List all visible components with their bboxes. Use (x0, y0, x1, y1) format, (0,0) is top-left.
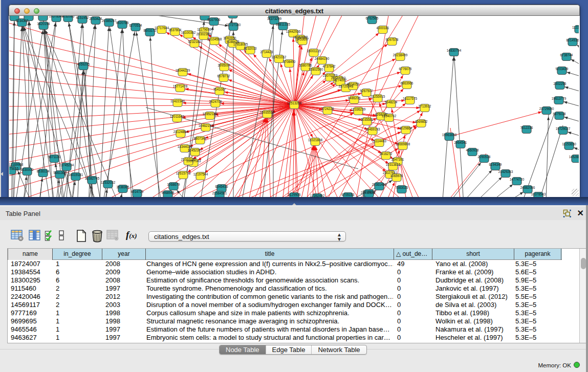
svg-text:24484190: 24484190 (315, 57, 330, 60)
svg-text:11228106: 11228106 (572, 26, 579, 29)
svg-text:14830794: 14830794 (447, 49, 462, 52)
svg-text:5035581: 5035581 (361, 118, 374, 121)
svg-text:16382745: 16382745 (85, 177, 100, 180)
svg-text:6762565: 6762565 (366, 16, 379, 20)
svg-text:6875018: 6875018 (553, 112, 566, 116)
svg-text:7641067: 7641067 (213, 87, 226, 91)
svg-text:6776075: 6776075 (399, 67, 412, 71)
svg-text:11179699: 11179699 (197, 28, 211, 31)
svg-text:7718312: 7718312 (363, 190, 376, 193)
svg-text:4151952: 4151952 (76, 16, 89, 19)
svg-text:23124864: 23124864 (173, 130, 188, 134)
svg-text:9920785: 9920785 (116, 21, 129, 25)
svg-text:23729690: 23729690 (539, 107, 554, 111)
svg-text:15469193: 15469193 (365, 127, 380, 131)
svg-text:20302368: 20302368 (197, 32, 211, 36)
svg-text:4300181: 4300181 (377, 26, 389, 30)
svg-text:12452397: 12452397 (188, 148, 203, 152)
svg-text:6232013: 6232013 (244, 47, 257, 50)
svg-text:12011649: 12011649 (170, 115, 184, 118)
svg-text:9203439: 9203439 (556, 67, 569, 71)
svg-text:2714423: 2714423 (260, 50, 273, 54)
svg-text:21727180: 21727180 (226, 23, 241, 27)
svg-text:3420198: 3420198 (37, 22, 50, 26)
svg-text:19729027: 19729027 (556, 127, 571, 130)
svg-text:6194349: 6194349 (489, 163, 502, 166)
svg-text:2129905: 2129905 (288, 193, 301, 196)
svg-text:9416272: 9416272 (380, 152, 393, 156)
svg-text:6863966: 6863966 (401, 81, 413, 85)
svg-text:2724228: 2724228 (321, 107, 334, 111)
svg-text:21584561: 21584561 (212, 191, 227, 195)
svg-text:11422346: 11422346 (170, 99, 185, 103)
svg-text:13344024: 13344024 (178, 145, 192, 148)
svg-text:12802500: 12802500 (309, 68, 323, 71)
svg-text:5661367: 5661367 (54, 171, 67, 174)
svg-text:8029864: 8029864 (400, 126, 412, 130)
svg-text:6705153: 6705153 (342, 193, 355, 196)
svg-text:4569852: 4569852 (415, 120, 428, 123)
svg-text:3537804: 3537804 (169, 28, 182, 32)
svg-text:19613779: 19613779 (552, 97, 567, 100)
svg-text:11021808: 11021808 (308, 138, 322, 142)
svg-text:12852188: 12852188 (203, 112, 217, 116)
svg-text:8807342: 8807342 (194, 137, 207, 140)
svg-text:20238499: 20238499 (393, 53, 408, 57)
svg-text:18669808: 18669808 (396, 142, 410, 146)
svg-text:13540702: 13540702 (382, 114, 397, 118)
svg-text:2713912: 2713912 (419, 104, 431, 108)
svg-text:9097578: 9097578 (386, 38, 399, 41)
svg-text:3538365: 3538365 (117, 185, 129, 189)
svg-text:16100362: 16100362 (181, 31, 196, 34)
svg-text:9968948: 9968948 (162, 191, 175, 194)
svg-text:4737842: 4737842 (323, 64, 336, 68)
svg-text:12513268: 12513268 (287, 101, 302, 105)
svg-text:5232182: 5232182 (188, 40, 201, 43)
svg-text:12615776: 12615776 (176, 171, 191, 175)
svg-text:4032085: 4032085 (62, 16, 75, 18)
svg-text:3060950: 3060950 (224, 36, 236, 40)
svg-text:6270514: 6270514 (129, 24, 142, 27)
svg-text:8014936: 8014936 (567, 38, 579, 42)
svg-text:10378543: 10378543 (531, 192, 546, 196)
svg-text:12197544: 12197544 (193, 172, 208, 176)
svg-text:23255915: 23255915 (371, 95, 385, 98)
svg-text:23745234: 23745234 (59, 163, 74, 167)
svg-text:6738744: 6738744 (560, 53, 573, 57)
svg-text:5348224: 5348224 (385, 100, 398, 104)
svg-text:1453697: 1453697 (296, 37, 309, 41)
svg-text:2964541: 2964541 (454, 141, 467, 144)
svg-text:10462193: 10462193 (199, 124, 213, 127)
svg-text:9330000: 9330000 (21, 168, 34, 171)
svg-text:5167906: 5167906 (208, 18, 221, 21)
svg-text:6578712: 6578712 (217, 74, 230, 78)
svg-text:2424708: 2424708 (209, 100, 222, 103)
svg-text:20361486: 20361486 (372, 183, 387, 186)
svg-text:17818005: 17818005 (233, 42, 248, 46)
svg-text:4660918: 4660918 (466, 148, 479, 152)
svg-text:4059205: 4059205 (77, 62, 90, 66)
svg-text:11717644: 11717644 (155, 26, 169, 30)
svg-text:2053424: 2053424 (90, 17, 102, 20)
svg-text:16675615: 16675615 (9, 167, 19, 170)
svg-text:2302255: 2302255 (554, 82, 567, 85)
svg-text:3995097: 3995097 (218, 63, 231, 67)
svg-text:18044229: 18044229 (176, 69, 190, 72)
svg-text:20104568: 20104568 (207, 37, 222, 41)
svg-text:14528829: 14528829 (569, 155, 579, 159)
svg-text:18811335: 18811335 (276, 23, 290, 26)
svg-text:3547391: 3547391 (391, 158, 404, 161)
svg-text:10313815: 10313815 (386, 163, 401, 166)
svg-text:16117575: 16117575 (403, 97, 417, 100)
svg-text:2090518: 2090518 (478, 155, 491, 159)
svg-text:1068679: 1068679 (167, 183, 180, 186)
svg-text:15935510: 15935510 (260, 111, 275, 114)
svg-text:7583025: 7583025 (396, 186, 408, 189)
svg-text:15001115: 15001115 (307, 49, 321, 53)
svg-text:7612236: 7612236 (520, 126, 533, 129)
svg-text:24882066: 24882066 (520, 186, 535, 189)
svg-text:22421032: 22421032 (272, 55, 287, 59)
svg-text:12336239: 12336239 (351, 107, 366, 111)
svg-text:3708490: 3708490 (283, 60, 296, 63)
svg-text:9267507: 9267507 (360, 89, 373, 93)
